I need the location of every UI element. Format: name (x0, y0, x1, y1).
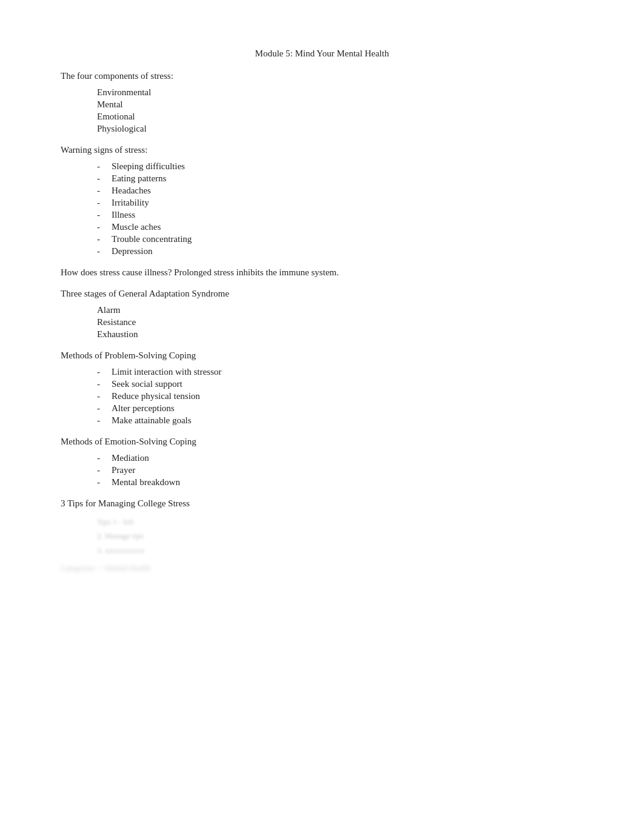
list-item: -Sleeping difficulties (97, 161, 583, 172)
list-item: -Headaches (97, 186, 583, 196)
list-item: Mental (97, 99, 583, 110)
components-list: Environmental Mental Emotional Physiolog… (61, 87, 583, 134)
list-item: -Trouble concentrating (97, 234, 583, 244)
list-item: -Mental breakdown (97, 477, 583, 488)
list-item: -Alter perceptions (97, 403, 583, 414)
warning-list: -Sleeping difficulties -Eating patterns … (61, 161, 583, 257)
list-item: -Illness (97, 210, 583, 220)
list-item: -Limit interaction with stressor (97, 367, 583, 377)
list-item: -Eating patterns (97, 173, 583, 184)
list-item: -Depression (97, 246, 583, 257)
list-item: -Irritability (97, 198, 583, 208)
stages-heading: Three stages of General Adaptation Syndr… (61, 289, 583, 299)
list-item: Resistance (97, 317, 583, 327)
footer-blurred: Categories - / Mental Health (61, 563, 583, 573)
blurred-item: 3. xxxxxxxxxx (97, 543, 583, 557)
list-item: -Reduce physical tension (97, 391, 583, 401)
emotion-coping-list: -Mediation -Prayer -Mental breakdown (61, 453, 583, 488)
emotion-coping-heading: Methods of Emotion-Solving Coping (61, 437, 583, 447)
warning-heading: Warning signs of stress: (61, 145, 583, 155)
list-item: -Mediation (97, 453, 583, 463)
components-heading: The four components of stress: (61, 71, 583, 81)
blurred-item: 2. Manage tips (97, 529, 583, 543)
illness-paragraph: How does stress cause illness? Prolonged… (61, 267, 583, 278)
list-item: -Prayer (97, 465, 583, 475)
stages-list: Alarm Resistance Exhaustion (61, 305, 583, 340)
blurred-item: Tips 1 - left (97, 515, 583, 529)
tips-blurred-list: Tips 1 - left 2. Manage tips 3. xxxxxxxx… (97, 515, 583, 557)
list-item: -Seek social support (97, 379, 583, 389)
list-item: Emotional (97, 112, 583, 122)
list-item: -Muscle aches (97, 222, 583, 232)
problem-coping-list: -Limit interaction with stressor -Seek s… (61, 367, 583, 426)
page-title: Module 5: Mind Your Mental Health (61, 49, 583, 59)
list-item: Exhaustion (97, 329, 583, 340)
problem-coping-heading: Methods of Problem-Solving Coping (61, 350, 583, 361)
tips-heading: 3 Tips for Managing College Stress (61, 498, 583, 509)
list-item: Physiological (97, 124, 583, 134)
list-item: Alarm (97, 305, 583, 315)
list-item: -Make attainable goals (97, 415, 583, 426)
list-item: Environmental (97, 87, 583, 98)
